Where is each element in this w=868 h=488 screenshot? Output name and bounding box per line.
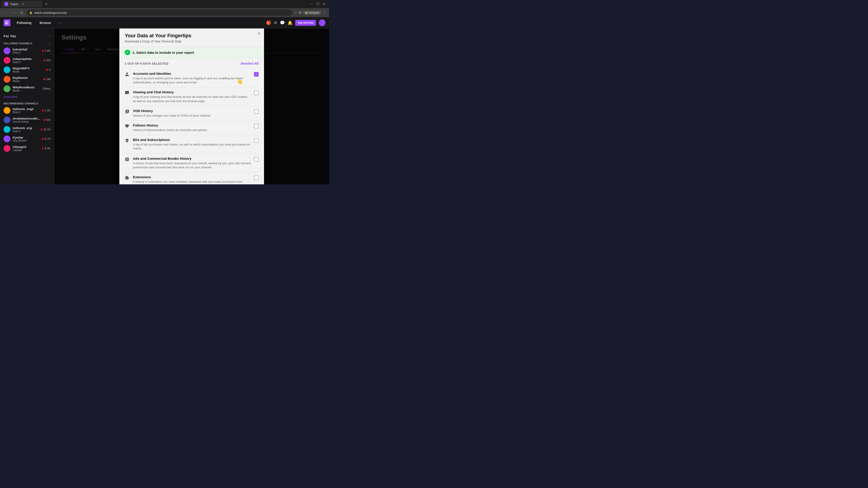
- content-area: For You ↑ FOLLOWED CHANNELS ↕ kukudota2 …: [0, 29, 329, 184]
- new-tab-button[interactable]: +: [43, 1, 50, 7]
- follows-title: Follows History: [133, 123, 251, 127]
- incognito-icon: 🕵: [305, 11, 308, 14]
- data-item-follows: Follows History History of follow/unfoll…: [125, 121, 258, 135]
- refresh-button[interactable]: ↻: [19, 10, 25, 16]
- address-text: twitch.tv/settings/security: [34, 11, 67, 14]
- browser-tab[interactable]: T Twitch ✕: [2, 1, 42, 7]
- followed-channels-header: FOLLOWED CHANNELS ↕: [0, 40, 54, 46]
- sidebar: For You ↑ FOLLOWED CHANNELS ↕ kukudota2 …: [0, 29, 54, 184]
- live-indicator: [43, 78, 45, 80]
- avatar: [4, 126, 10, 133]
- chat-icon[interactable]: 💬: [280, 20, 285, 25]
- modal-close-button[interactable]: ×: [258, 31, 260, 36]
- incognito-badge: 🕵 Incognito: [303, 11, 321, 15]
- address-lock-icon: 🔒: [29, 11, 33, 14]
- vod-checkbox[interactable]: [254, 109, 258, 114]
- data-item-viewing: Viewing and Chat History A log of your v…: [125, 88, 258, 106]
- extensions-title: Extensions: [133, 175, 251, 179]
- recommended-channels-list: betboom_eng2 Dota 2 2.2K doublebacknvalb…: [0, 106, 54, 153]
- viewing-title: Viewing and Chat History: [133, 90, 251, 94]
- for-you-title: For You: [4, 34, 16, 38]
- for-you-collapse-icon[interactable]: ↑: [49, 34, 51, 38]
- ads-icon: [125, 157, 130, 162]
- menu-icon[interactable]: ⋮: [323, 11, 327, 15]
- sort-icon[interactable]: ↕: [49, 41, 51, 45]
- nav-extras: ☆ ⧉ 🕵 Incognito ⋮: [294, 11, 327, 15]
- tab-close-button[interactable]: ✕: [22, 2, 24, 6]
- list-item[interactable]: MikaRoseMusic Music Offline: [0, 84, 54, 94]
- modal-subtitle: Download a Copy of Your Personal Data: [125, 39, 258, 43]
- more-options-icon[interactable]: ⋯: [57, 20, 62, 26]
- accounts-icon: [125, 72, 130, 77]
- viewing-desc: A log of your viewing and chat activity …: [133, 95, 251, 103]
- avatar: [4, 47, 10, 54]
- live-indicator: [42, 109, 44, 111]
- follows-desc: History of follow/unfollow events for ch…: [133, 128, 251, 132]
- modal-header: Your Data at Your Fingertips Download a …: [119, 29, 264, 47]
- data-item-bits: Bits and Subscriptions A log of bits pur…: [125, 135, 258, 154]
- close-window-button[interactable]: ✕: [323, 2, 326, 6]
- follows-icon: [125, 124, 130, 129]
- bits-checkbox[interactable]: [254, 138, 258, 143]
- list-item[interactable]: Kyedae VALORANT 8.7K: [0, 134, 54, 144]
- live-indicator: [43, 59, 45, 61]
- live-indicator: [46, 69, 48, 71]
- vod-icon: [125, 109, 130, 115]
- list-item[interactable]: doublebacknvalbi... Airsoft Online 524: [0, 115, 54, 125]
- gifts-icon[interactable]: 🎁: [266, 20, 271, 25]
- bits-icon: [125, 138, 130, 144]
- accounts-title: Accounts and Identities: [133, 72, 251, 75]
- notifications-icon[interactable]: 🔔: [287, 20, 292, 25]
- extensions-icon[interactable]: ⧉: [299, 11, 301, 15]
- list-item[interactable]: kukudota2 Dota 2 3.4K: [0, 46, 54, 56]
- data-items-list: Accounts and Identities A log of account…: [125, 69, 258, 184]
- data-item-ads: Ads and Commercial Breaks History A hist…: [125, 154, 258, 172]
- list-item[interactable]: CDawgVA Listsine 9.3K: [0, 144, 54, 153]
- live-indicator: [42, 138, 44, 140]
- accounts-desc: A log of account actions you've taken, s…: [133, 76, 251, 85]
- modal-title: Your Data at Your Fingertips: [125, 33, 258, 39]
- data-download-modal: Your Data at Your Fingertips Download a …: [119, 29, 264, 184]
- accounts-checkbox[interactable]: ✓: [254, 72, 258, 76]
- forward-button[interactable]: →: [11, 10, 17, 15]
- avatar: [4, 66, 10, 73]
- live-indicator: [42, 148, 44, 149]
- extensions-checkbox[interactable]: [254, 175, 258, 180]
- list-item[interactable]: RayRachel Music 249: [0, 74, 54, 84]
- data-item-accounts: Accounts and Identities A log of account…: [125, 69, 258, 88]
- follows-checkbox[interactable]: [254, 124, 258, 128]
- address-bar[interactable]: 🔒 twitch.tv/settings/security: [26, 9, 292, 16]
- window-controls: ─ ❐ ✕: [310, 2, 327, 6]
- list-item[interactable]: solapsapdota Dota 2 418: [0, 56, 54, 65]
- nav-following[interactable]: Following: [15, 20, 33, 26]
- get-ad-free-button[interactable]: Get Ad-Free: [295, 20, 316, 26]
- ads-checkbox[interactable]: [254, 157, 258, 162]
- browser-chrome: T Twitch ✕ + ─ ❐ ✕ ← → ↻ 🔒 twitch.tv/set…: [0, 0, 329, 17]
- ads-title: Ads and Commercial Breaks History: [133, 157, 251, 160]
- list-item[interactable]: betboom_eng Dota 2 13.7K: [0, 125, 54, 134]
- viewing-checkbox[interactable]: [254, 91, 258, 95]
- twitch-app: Following Browse ⋯ 🎁 ✉ 💬 🔔 Get Ad-Free F…: [0, 17, 329, 184]
- list-item[interactable]: betboom_eng2 Dota 2 2.2K: [0, 106, 54, 115]
- avatar: [4, 86, 10, 92]
- twitch-header: Following Browse ⋯ 🎁 ✉ 💬 🔔 Get Ad-Free: [0, 17, 329, 29]
- bookmark-icon[interactable]: ☆: [294, 11, 297, 15]
- show-more-button[interactable]: Show More: [0, 94, 54, 100]
- back-button[interactable]: ←: [3, 10, 9, 15]
- list-item[interactable]: Magic899TV Music 4: [0, 65, 54, 74]
- twitch-logo[interactable]: [4, 20, 10, 26]
- selection-count: 1 OUT OF 9 DATA SELECTED: [125, 62, 168, 65]
- avatar: [4, 76, 10, 83]
- live-indicator: [42, 50, 44, 52]
- user-avatar[interactable]: [319, 20, 326, 26]
- title-bar: T Twitch ✕ + ─ ❐ ✕: [0, 0, 329, 8]
- followed-channels-list: kukudota2 Dota 2 3.4K solapsapdota Dota …: [0, 46, 54, 94]
- nav-browse[interactable]: Browse: [38, 20, 53, 26]
- minimize-button[interactable]: ─: [310, 2, 313, 6]
- maximize-button[interactable]: ❐: [316, 2, 319, 6]
- modal-content: 1 OUT OF 9 DATA SELECTED Deselect All: [119, 58, 264, 184]
- avatar: [4, 135, 10, 142]
- mail-icon[interactable]: ✉: [274, 20, 277, 25]
- ads-desc: A history of ads that have been requeste…: [133, 161, 251, 169]
- deselect-all-button[interactable]: Deselect All: [241, 62, 258, 65]
